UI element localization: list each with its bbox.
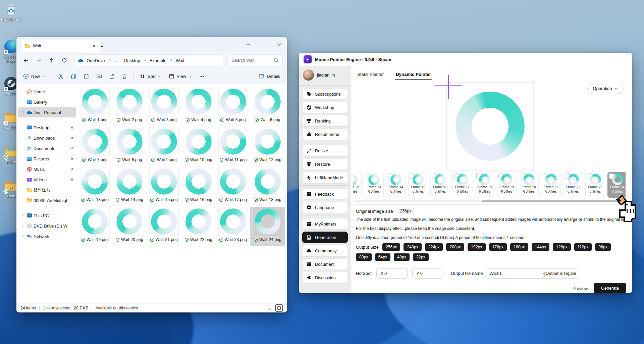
output-size-pill[interactable]: 224px [425, 243, 443, 251]
sidebar-menu-button[interactable]: Ranking [302, 115, 348, 127]
file-item[interactable]: Wait-15.png [147, 167, 181, 206]
sidebar-menu-button[interactable]: Generation [302, 232, 348, 243]
file-item[interactable]: Wait-6.png [250, 87, 285, 126]
file-item[interactable]: Wait-4.png [181, 87, 216, 126]
frame-thumbnail[interactable]: Frame 21 6 Jiffies [541, 172, 561, 198]
frame-thumbnail[interactable]: Frame 20 6 Jiffies [519, 172, 539, 198]
file-item[interactable]: Wait-14.png [112, 167, 147, 206]
search-box[interactable] [227, 54, 283, 66]
sidebar-item[interactable]: Joy - Personal [18, 107, 76, 117]
sidebar-menu-button[interactable]: Restore [302, 158, 348, 170]
output-size-pill[interactable]: 80px [356, 253, 372, 261]
maximize-button[interactable] [256, 37, 271, 52]
breadcrumb-item[interactable]: Wait [173, 57, 187, 64]
file-item[interactable]: Wait-20.png [112, 207, 147, 246]
sidebar-menu-button[interactable]: Language [302, 202, 348, 213]
up-button[interactable] [46, 55, 57, 66]
thumbnail-view-toggle[interactable] [275, 304, 283, 312]
output-size-pill[interactable]: 176px [489, 243, 507, 251]
sidebar-item[interactable]: DVD Drive (D:) Win [18, 221, 76, 231]
copy-button[interactable] [67, 70, 79, 82]
file-item[interactable]: Wait-7.png [77, 127, 112, 166]
output-size-pill[interactable]: 240px [404, 243, 422, 251]
sidebar-item[interactable]: Videos [18, 175, 76, 185]
forward-button[interactable] [33, 55, 45, 66]
sidebar-item[interactable]: Music [18, 164, 76, 174]
file-item[interactable]: Wait-18.png [250, 167, 285, 206]
file-item[interactable]: Wait-16.png [181, 167, 216, 206]
sidebar-menu-button[interactable]: MyPointers [302, 218, 348, 230]
explorer-tab[interactable]: Wait ✕ [21, 40, 100, 52]
minimize-button[interactable] [240, 37, 256, 52]
breadcrumb-item[interactable]: Example [147, 57, 169, 64]
file-item[interactable]: Wait-12.png [250, 127, 285, 166]
delete-button[interactable] [118, 70, 130, 82]
sidebar-item[interactable]: This PC [18, 210, 76, 220]
hotspot-x-input[interactable] [380, 271, 404, 276]
close-button[interactable] [271, 37, 287, 52]
preview-canvas[interactable] [446, 82, 534, 171]
file-item[interactable]: Wait-13.png [77, 167, 112, 206]
sidebar-menu-button[interactable]: Feedback [302, 188, 348, 200]
sort-button[interactable]: Sort [136, 71, 165, 82]
output-size-pill[interactable]: 64px [375, 253, 391, 261]
output-size-pill[interactable]: 192px [468, 243, 486, 251]
frame-thumbnail[interactable]: Frame 24 6 Jiffies [607, 172, 626, 198]
more-options-button[interactable] [196, 70, 208, 82]
desktop-icon-recycle-bin[interactable]: Recycle Bin [1, 3, 21, 22]
output-size-pill[interactable]: 112px [574, 243, 592, 251]
details-button[interactable]: Details [255, 71, 283, 82]
output-size-pill[interactable]: 96px [595, 243, 611, 251]
frame-thumbnail[interactable]: Frame 23 6 Jiffies [585, 172, 605, 198]
frame-thumbnail[interactable]: Frame 22 6 Jiffies [563, 172, 583, 198]
file-item[interactable]: Wait-10.png [181, 127, 216, 166]
frame-thumbnail[interactable]: Frame 19 6 Jiffies [497, 172, 517, 198]
frame-thumbnail[interactable]: Frame 13 6 Jiffies [364, 172, 384, 198]
back-button[interactable] [20, 55, 32, 66]
sidebar-menu-button[interactable]: Workshop [302, 102, 348, 113]
file-item[interactable]: Wait-1.png [77, 87, 112, 126]
refresh-button[interactable] [59, 55, 70, 66]
output-size-pill[interactable]: 128px [553, 243, 571, 251]
file-item[interactable]: Wait-3.png [147, 87, 181, 126]
sidebar-item[interactable]: 指针图片 [18, 185, 76, 195]
sidebar-item[interactable]: Gallery [18, 97, 76, 107]
sidebar-item[interactable]: Network [18, 231, 76, 241]
new-tab-button[interactable]: + [98, 42, 106, 50]
frame-thumbnail[interactable]: Frame 17 6 Jiffies [452, 172, 472, 198]
cut-button[interactable] [55, 70, 67, 82]
scrollbar-thumb[interactable] [482, 200, 620, 202]
search-input[interactable] [231, 58, 273, 63]
generate-button[interactable]: Generate [594, 283, 626, 293]
output-size-pill[interactable]: 144px [532, 243, 550, 251]
file-item[interactable]: Wait-24.png [250, 207, 285, 246]
preview-button[interactable]: Preview [570, 283, 590, 293]
new-button[interactable]: New [20, 71, 49, 82]
rename-button[interactable] [93, 70, 105, 82]
user-row[interactable]: jiaqian lin [299, 66, 351, 83]
operation-dropdown[interactable]: Operation [587, 83, 624, 94]
frame-thumbnail[interactable]: Frame 18 6 Jiffies [475, 172, 494, 198]
breadcrumb-item[interactable]: OneDrive [84, 57, 107, 64]
view-button[interactable]: View [165, 71, 195, 82]
file-item[interactable]: Wait-22.png [181, 207, 216, 246]
tab-static-pointer[interactable]: Static Pointer [357, 72, 384, 80]
file-item[interactable]: Wait-9.png [147, 127, 181, 166]
frame-thumbnail[interactable]: Frame 14 6 Jiffies [386, 172, 406, 198]
output-size-pill[interactable]: 48px [394, 253, 410, 261]
frame-strip-scrollbar[interactable] [353, 200, 623, 202]
sidebar-menu-button[interactable]: Document [302, 258, 348, 270]
file-item[interactable]: Wait-5.png [216, 87, 250, 126]
breadcrumb-item[interactable]: … [112, 57, 121, 64]
frame-thumbnail[interactable]: Frame 12 6 Jiffies [353, 172, 362, 198]
file-item[interactable]: Wait-2.png [112, 87, 147, 126]
sidebar-menu-button[interactable]: Resize [302, 145, 348, 156]
sidebar-menu-button[interactable]: Subscriptions [302, 88, 348, 100]
file-item[interactable]: Wait-19.png [77, 207, 112, 246]
output-size-pill[interactable]: 160px [510, 243, 528, 251]
output-size-pill[interactable]: 256px [382, 243, 400, 251]
file-item[interactable]: Wait-11.png [216, 127, 250, 166]
file-item[interactable]: Wait-8.png [112, 127, 147, 166]
hotspot-y-field[interactable] [412, 268, 443, 279]
paste-button[interactable] [80, 70, 92, 82]
